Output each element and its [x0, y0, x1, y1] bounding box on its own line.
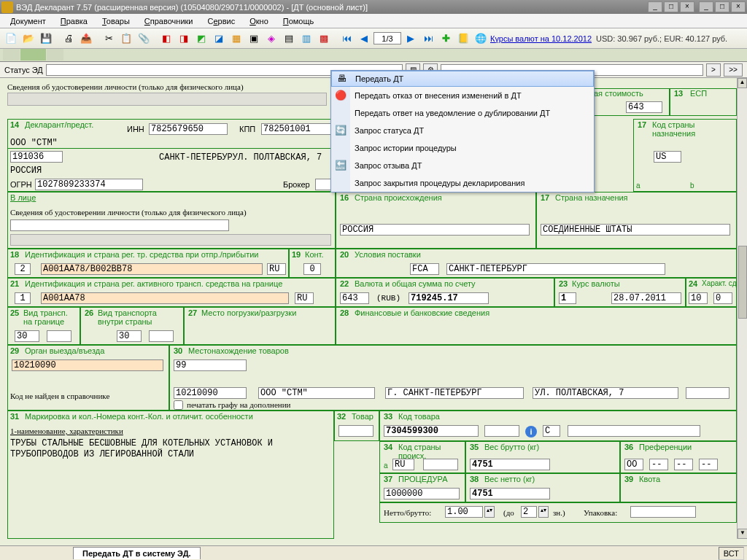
- close-button[interactable]: ×: [680, 1, 694, 12]
- tb-blue2-icon[interactable]: ▥: [298, 31, 314, 47]
- menu-directories[interactable]: Справочники: [139, 15, 199, 27]
- menu-edit[interactable]: Правка: [55, 15, 93, 27]
- b33-extra1[interactable]: [484, 425, 519, 437]
- b25-value2[interactable]: [47, 330, 71, 342]
- tb-green1-icon[interactable]: ◩: [193, 31, 209, 47]
- tb-save-icon[interactable]: 💾: [38, 31, 54, 47]
- menu-item-request-history[interactable]: Запрос истории процедуры: [331, 139, 594, 157]
- rates-link[interactable]: Курсы валют на 10.12.2012: [490, 34, 592, 43]
- b24-a[interactable]: [689, 292, 708, 304]
- vlice-input[interactable]: [10, 219, 229, 231]
- menu-item-request-recall[interactable]: 🔙Запрос отзыва ДТ: [331, 157, 594, 174]
- nb-value[interactable]: [445, 506, 483, 518]
- zip-input[interactable]: [10, 151, 63, 163]
- menu-service[interactable]: Сервис: [202, 15, 241, 27]
- tb-misc2-icon[interactable]: ▤: [281, 31, 297, 47]
- menu-item-transfer-dt[interactable]: 🖶Передать ДТ: [331, 71, 594, 87]
- b30-extra[interactable]: [686, 387, 729, 399]
- broker-input[interactable]: [315, 179, 331, 190]
- tb-misc1-icon[interactable]: ▣: [246, 31, 262, 47]
- b36-v3[interactable]: [674, 459, 693, 470]
- b20-value[interactable]: [446, 263, 665, 275]
- next-page-icon[interactable]: ▶: [403, 31, 419, 47]
- b30-city[interactable]: [385, 387, 524, 399]
- tb-export-icon[interactable]: 📤: [78, 31, 94, 47]
- b22-value[interactable]: [409, 292, 489, 304]
- tb-copy-icon[interactable]: 📋: [118, 31, 134, 47]
- b17a-value[interactable]: [541, 224, 730, 236]
- tb-paste-icon[interactable]: 📎: [136, 31, 152, 47]
- b13-value[interactable]: [626, 101, 662, 113]
- b20-code[interactable]: [410, 263, 439, 275]
- last-page-icon[interactable]: ⏭: [420, 31, 436, 47]
- b33-value[interactable]: [384, 425, 479, 437]
- tab-3[interactable]: [47, 49, 63, 61]
- kpp-input[interactable]: [261, 123, 331, 135]
- b17-value[interactable]: [654, 151, 681, 163]
- menu-goods[interactable]: Товары: [96, 15, 136, 27]
- tb-red3-icon[interactable]: ▩: [316, 31, 332, 47]
- child-restore-button[interactable]: □: [715, 1, 729, 12]
- b33-c[interactable]: [543, 425, 560, 437]
- info-icon[interactable]: i: [525, 426, 537, 438]
- tb-cut-icon[interactable]: ✂: [101, 31, 117, 47]
- b21-c[interactable]: [295, 292, 314, 304]
- b34-b[interactable]: [423, 459, 458, 470]
- b30-value[interactable]: [174, 359, 247, 371]
- b19-value[interactable]: [303, 263, 321, 275]
- b34-value[interactable]: [392, 459, 414, 470]
- b22-code[interactable]: [340, 292, 369, 304]
- menu-document[interactable]: Документ: [4, 15, 52, 27]
- tb-red2-icon[interactable]: ◨: [176, 31, 192, 47]
- b32-value[interactable]: [338, 425, 374, 437]
- menu-item-request-close[interactable]: Запрос закрытия процедуры декларирования: [331, 174, 594, 192]
- status-prev[interactable]: >: [706, 63, 721, 77]
- b18-n[interactable]: [15, 263, 31, 275]
- child-minimize-button[interactable]: _: [699, 1, 713, 12]
- restore-button[interactable]: □: [664, 1, 678, 12]
- tb-red1-icon[interactable]: ◧: [158, 31, 174, 47]
- ogrn-input[interactable]: [35, 179, 143, 190]
- menu-item-request-status[interactable]: 🔄Запрос статуса ДТ: [331, 122, 594, 139]
- nb-spinner[interactable]: ▴▾: [484, 506, 495, 518]
- menu-item-transfer-refusal[interactable]: 🔴Передать отказ от внесения изменений в …: [331, 87, 594, 104]
- child-close-button[interactable]: ×: [731, 1, 746, 12]
- b21-n[interactable]: [15, 292, 31, 304]
- menu-help[interactable]: Помощь: [277, 15, 320, 27]
- tab-1[interactable]: [3, 49, 20, 61]
- b21-id[interactable]: [41, 292, 289, 304]
- tb-new-icon[interactable]: 📄: [3, 31, 19, 47]
- statusbar-tab[interactable]: Передать ДТ в систему ЭД.: [73, 547, 201, 559]
- status-next[interactable]: >>: [724, 63, 743, 77]
- b26-value2[interactable]: [149, 330, 174, 342]
- tab-active[interactable]: [20, 49, 46, 61]
- b18-id[interactable]: [41, 263, 263, 275]
- inn-input[interactable]: [149, 123, 228, 135]
- b18-c[interactable]: [267, 263, 286, 275]
- tb-orange-icon[interactable]: ▦: [228, 31, 244, 47]
- b33-extra2[interactable]: [568, 425, 700, 437]
- menu-item-transfer-reply[interactable]: Передать ответ на уведомление о дублиров…: [331, 104, 594, 122]
- minimize-button[interactable]: _: [648, 1, 662, 12]
- vertical-scrollbar[interactable]: ▲ ▼: [737, 78, 747, 539]
- b23-date[interactable]: [611, 292, 681, 304]
- b26-value[interactable]: [117, 330, 142, 342]
- b30-checkbox[interactable]: [174, 400, 183, 410]
- tb-world-icon[interactable]: 🌐: [473, 31, 489, 47]
- tb-blue1-icon[interactable]: ◪: [211, 31, 227, 47]
- b24-b[interactable]: [713, 292, 732, 304]
- do-spinner[interactable]: ▴▾: [538, 506, 549, 518]
- tb-print-icon[interactable]: 🖨: [61, 31, 77, 47]
- tb-open-icon[interactable]: 📂: [20, 31, 36, 47]
- add-page-icon[interactable]: ✚: [438, 31, 454, 47]
- b36-v4[interactable]: [699, 459, 718, 470]
- b23-value[interactable]: [559, 292, 576, 304]
- b30-org[interactable]: [258, 387, 375, 399]
- menu-window[interactable]: Окно: [244, 15, 274, 27]
- b30-street[interactable]: [533, 387, 678, 399]
- first-page-icon[interactable]: ⏮: [338, 31, 355, 47]
- b36-v2[interactable]: [649, 459, 668, 470]
- pack-value[interactable]: [630, 506, 696, 518]
- do-value[interactable]: [521, 506, 537, 518]
- prev-page-icon[interactable]: ◀: [356, 31, 372, 47]
